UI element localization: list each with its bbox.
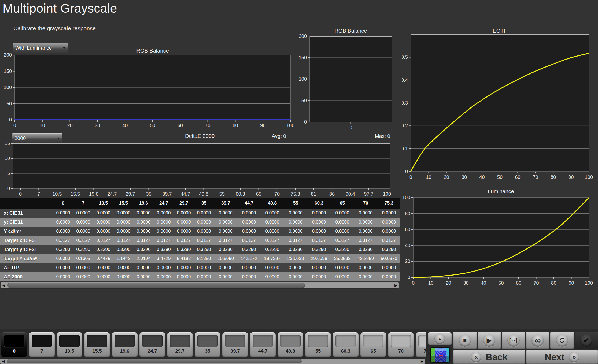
test-pattern-icon [431, 348, 450, 363]
table-cell: 0.3290 [154, 245, 174, 254]
table-cell: 0.0000 [53, 263, 73, 272]
table-row: ΔE 20000.00000.00000.00000.00000.00000.0… [0, 272, 400, 281]
table-cell: 0.3127 [261, 236, 284, 245]
table-cell: 0.0000 [174, 263, 194, 272]
grayscale-level-button-19.6[interactable]: 19.6 [112, 332, 138, 357]
table-cell: 0.0000 [307, 227, 331, 236]
grayscale-level-button-75.3[interactable]: 75.3 [416, 332, 426, 357]
grayscale-level-button-55[interactable]: 55 [305, 332, 331, 357]
table-row: Y cd/m²0.00000.00000.00000.00000.00000.0… [0, 227, 400, 236]
refresh-button[interactable] [550, 332, 574, 349]
table-cell: 23.6033 [284, 254, 307, 263]
table-cell: 50.6870 [377, 254, 400, 263]
svg-text:100: 100 [4, 85, 12, 90]
table-scrollbar-track[interactable] [7, 282, 393, 288]
scroll-right-icon[interactable]: ▶ [393, 283, 399, 287]
svg-text:DeltaE 2000: DeltaE 2000 [185, 133, 215, 139]
table-header-row: 0710.515.519.624.729.73539.744.749.85560… [0, 198, 400, 209]
table-cell: 0.0000 [377, 227, 400, 236]
table-cell: 0.3127 [73, 236, 93, 245]
table-row-label: Target y:CIE31 [0, 245, 53, 254]
gray-swatch [142, 335, 163, 347]
svg-text:55: 55 [219, 191, 225, 197]
table-cell: 0.0000 [174, 272, 194, 281]
table-cell: 0.0000 [113, 272, 134, 281]
svg-text:0.1: 0.1 [402, 146, 408, 151]
gray-swatch [253, 335, 273, 347]
svg-text:0: 0 [9, 117, 12, 122]
table-column-header: 55 [284, 198, 307, 209]
expand-up-button[interactable]: ▲ [428, 332, 452, 345]
table-scrollbar[interactable]: ◀ ▶ [1, 282, 399, 289]
table-cell: 0.0000 [214, 272, 237, 281]
grayscale-level-button-39.7[interactable]: 39.7 [222, 332, 248, 357]
accept-button[interactable]: ✔ [575, 332, 598, 349]
svg-text:50: 50 [497, 174, 503, 180]
pattern-preview-button[interactable] [430, 347, 450, 363]
next-button[interactable]: Next » [526, 350, 598, 364]
gray-swatch [418, 335, 426, 347]
pattern-window-button[interactable]: [··] [502, 332, 525, 349]
svg-text:80: 80 [551, 174, 556, 180]
svg-text:10.5: 10.5 [52, 191, 62, 197]
table-cell: 0.3127 [93, 236, 113, 245]
grayscale-level-button-29.7[interactable]: 29.7 [167, 332, 193, 357]
scroll-left-icon[interactable]: ◀ [0, 359, 6, 363]
table-cell: 0.3127 [134, 236, 154, 245]
grayscale-level-button-35[interactable]: 35 [195, 332, 220, 357]
grayscale-level-button-7[interactable]: 7 [29, 332, 55, 357]
grayscale-level-button-44.7[interactable]: 44.7 [250, 332, 276, 357]
table-cell: 0.3290 [284, 245, 307, 254]
eotf-chart: 00.10.20.30.40.50102030405060708090100EO… [402, 26, 598, 184]
grayscale-level-button-65[interactable]: 65 [360, 332, 386, 357]
grayscale-level-button-10.5[interactable]: 10.5 [57, 332, 82, 357]
grayscale-level-button-60.3[interactable]: 60.3 [333, 332, 359, 357]
stop-button[interactable]: ■ [453, 332, 477, 349]
svg-text:86: 86 [329, 191, 335, 197]
continuous-measure-button[interactable]: ∞ [526, 332, 550, 349]
deltae-formula-dropdown[interactable]: 2000 ▼ [12, 133, 62, 143]
grayscale-level-button-70[interactable]: 70 [388, 332, 414, 357]
svg-text:97.7: 97.7 [364, 191, 373, 197]
gray-swatch [308, 335, 328, 347]
pattern-window-icon: [··] [509, 337, 518, 344]
window-scrollbar[interactable]: ◀ ▶ [0, 358, 425, 364]
table-cell: 10.9090 [214, 254, 237, 263]
svg-text:10: 10 [40, 123, 45, 128]
table-cell: 0.3127 [214, 236, 237, 245]
grayscale-level-button-49.8[interactable]: 49.8 [278, 332, 303, 357]
table-cell: 0.3290 [194, 245, 214, 254]
svg-text:0: 0 [349, 125, 352, 130]
swatch-label: 60.3 [333, 348, 359, 354]
table-cell: 0.0000 [73, 227, 93, 236]
back-button[interactable]: « Back [453, 350, 525, 364]
window-scrollbar-thumb[interactable] [7, 359, 302, 363]
swatch-label: 0 [1, 348, 27, 354]
grayscale-level-button-15.5[interactable]: 15.5 [84, 332, 110, 357]
table-column-header: 44.7 [237, 198, 261, 209]
table-cell: 8.1380 [194, 254, 214, 263]
play-button[interactable]: ▶ [478, 332, 501, 349]
window-scrollbar-track[interactable] [6, 359, 419, 364]
table-cell: 0.3127 [307, 236, 331, 245]
table-column-header: 15.5 [113, 198, 134, 209]
svg-text:0: 0 [412, 280, 415, 286]
svg-text:60: 60 [516, 280, 521, 286]
grayscale-level-button-0[interactable]: 0 [1, 332, 27, 357]
luminance-mode-dropdown[interactable]: With Luminance ▼ [13, 43, 68, 53]
table-row-label: ΔE ITP [0, 263, 53, 272]
table-scrollbar-thumb[interactable] [7, 283, 305, 288]
swatch-label: 75.3 [416, 348, 426, 354]
svg-text:39.7: 39.7 [162, 191, 172, 197]
svg-text:40: 40 [479, 174, 485, 180]
table-cell: 0.0000 [261, 263, 284, 272]
table-cell: 0.0000 [261, 272, 284, 281]
gray-swatch [197, 335, 218, 347]
table-cell: 0.0000 [214, 218, 237, 227]
check-icon: ✔ [583, 336, 589, 345]
table-cell: 0.0000 [237, 209, 261, 218]
grayscale-level-button-24.7[interactable]: 24.7 [139, 332, 165, 357]
table-row: Target x:CIE310.31270.31270.31270.31270.… [0, 236, 400, 245]
scroll-right-icon[interactable]: ▶ [419, 359, 425, 363]
scroll-left-icon[interactable]: ◀ [1, 283, 7, 287]
